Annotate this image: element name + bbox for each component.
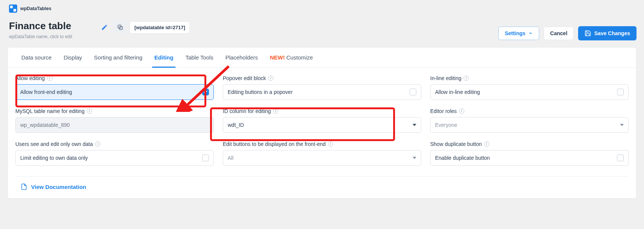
shortcode-chip[interactable]: [wpdatatable id=2717] xyxy=(130,21,190,34)
page-title-hint: wpDataTable name, click to edit xyxy=(9,34,91,39)
info-icon[interactable]: i xyxy=(464,76,469,81)
label-text: Popover edit block xyxy=(223,75,266,81)
checkbox-icon xyxy=(617,89,624,95)
tab-label: Editing xyxy=(154,54,173,61)
settings-button-label: Settings xyxy=(505,30,525,36)
field-mysql-table: MySQL table name for editing i wp_wpdata… xyxy=(15,108,214,133)
inline-editing-toggle[interactable]: Allow in-line editing xyxy=(430,84,629,100)
info-icon[interactable]: i xyxy=(47,76,52,81)
edit-title-button[interactable] xyxy=(98,21,111,34)
info-icon[interactable]: i xyxy=(459,109,464,114)
tab-label: Table Tools xyxy=(185,54,213,61)
popover-block-toggle[interactable]: Editing buttons in a popover xyxy=(223,84,421,100)
tab-customize[interactable]: NEW!Customize xyxy=(269,48,314,67)
tab-editing[interactable]: Editing xyxy=(154,48,174,67)
select-value: Everyone xyxy=(435,122,457,128)
label-text: Edit buttons to be displayed on the fron… xyxy=(223,141,326,147)
chevron-down-icon xyxy=(413,124,416,126)
info-icon[interactable]: i xyxy=(273,109,278,114)
edit-buttons-select[interactable]: All xyxy=(223,150,421,166)
tab-display[interactable]: Display xyxy=(63,48,83,67)
field-edit-buttons: Edit buttons to be displayed on the fron… xyxy=(223,141,421,166)
label-text: ID column for editing xyxy=(223,108,271,114)
save-button-label: Save Changes xyxy=(594,30,630,36)
label-text: Editor roles xyxy=(430,108,457,114)
copy-icon xyxy=(117,24,124,31)
field-label: Edit buttons to be displayed on the fron… xyxy=(223,141,421,147)
field-label: Show duplicate button i xyxy=(430,141,629,147)
label-text: Users see and edit only own data xyxy=(15,141,93,147)
info-icon[interactable]: i xyxy=(95,141,100,147)
save-button[interactable]: Save Changes xyxy=(578,26,637,40)
tab-label: Data source xyxy=(21,54,52,61)
document-icon xyxy=(21,183,27,190)
option-text: Editing buttons in a popover xyxy=(228,89,293,95)
allow-editing-toggle[interactable]: Allow front-end editing xyxy=(15,84,214,100)
label-text: Allow editing xyxy=(15,75,45,81)
field-label: ID column for editing i xyxy=(223,108,421,114)
chevron-down-icon xyxy=(413,157,416,159)
info-icon[interactable]: i xyxy=(87,109,92,114)
checkbox-icon xyxy=(617,155,624,161)
label-text: MySQL table name for editing xyxy=(15,108,85,114)
field-label: In-line editing i xyxy=(430,75,629,81)
field-own-data: Users see and edit only own data i Limit… xyxy=(15,141,214,166)
page-header: Finance table wpDataTable name, click to… xyxy=(7,16,637,43)
settings-tabs: Data source Display Sorting and filterin… xyxy=(8,48,636,68)
field-editor-roles: Editor roles i Everyone xyxy=(430,108,629,133)
tab-data-source[interactable]: Data source xyxy=(21,48,52,67)
checkbox-icon xyxy=(410,89,416,95)
label-text: Show duplicate button xyxy=(430,141,482,147)
field-label: MySQL table name for editing i xyxy=(15,108,214,114)
brand-icon xyxy=(9,4,17,13)
info-icon[interactable]: i xyxy=(268,76,273,81)
info-icon[interactable]: i xyxy=(484,141,489,147)
option-text: Limit editing to own data only xyxy=(20,155,88,161)
view-documentation-link[interactable]: View Documentation xyxy=(8,177,86,190)
field-label: Editor roles i xyxy=(430,108,629,114)
page-title[interactable]: Finance table xyxy=(9,20,91,32)
new-badge: NEW! xyxy=(270,54,285,61)
tab-sorting-filtering[interactable]: Sorting and filtering xyxy=(93,48,143,67)
cancel-button-label: Cancel xyxy=(550,30,567,36)
copy-shortcode-button[interactable] xyxy=(114,21,127,34)
settings-card: Data source Display Sorting and filterin… xyxy=(7,47,637,199)
field-popover-block: Popover edit block i Editing buttons in … xyxy=(223,75,421,100)
section-divider xyxy=(15,176,629,177)
cancel-button[interactable]: Cancel xyxy=(544,27,574,40)
own-data-toggle[interactable]: Limit editing to own data only xyxy=(15,150,214,166)
field-label: Users see and edit only own data i xyxy=(15,141,214,147)
label-text: In-line editing xyxy=(430,75,461,81)
tab-label: Sorting and filtering xyxy=(94,54,142,61)
option-text: Allow in-line editing xyxy=(435,89,480,95)
field-label: Allow editing i xyxy=(15,75,214,81)
field-id-column: ID column for editing i wdt_ID xyxy=(223,108,421,133)
id-column-select[interactable]: wdt_ID xyxy=(223,117,421,133)
tab-table-tools[interactable]: Table Tools xyxy=(185,48,214,67)
tab-label: Customize xyxy=(286,54,313,61)
brand-name: wpDataTables xyxy=(20,6,51,11)
field-allow-editing: Allow editing i Allow front-end editing xyxy=(15,75,214,100)
checkbox-icon xyxy=(202,89,209,95)
tab-label: Display xyxy=(64,54,82,61)
save-icon xyxy=(584,30,591,37)
pencil-icon xyxy=(101,24,108,31)
editor-roles-select[interactable]: Everyone xyxy=(430,117,629,133)
doc-link-label: View Documentation xyxy=(31,184,86,190)
option-text: Allow front-end editing xyxy=(20,89,72,95)
field-label: Popover edit block i xyxy=(223,75,421,81)
field-duplicate: Show duplicate button i Enable duplicate… xyxy=(430,141,629,166)
select-value: wdt_ID xyxy=(228,122,244,128)
mysql-table-input: wp_wpdatatable_890 xyxy=(15,117,214,133)
input-value: wp_wpdatatable_890 xyxy=(20,122,70,128)
settings-button[interactable]: Settings xyxy=(498,27,539,40)
option-text: Enable duplicate button xyxy=(435,155,490,161)
select-value: All xyxy=(228,155,234,161)
duplicate-toggle[interactable]: Enable duplicate button xyxy=(430,150,629,166)
brand-header: wpDataTables xyxy=(7,4,637,16)
checkbox-icon xyxy=(202,155,209,161)
info-icon[interactable]: i xyxy=(328,141,333,147)
chevron-up-icon xyxy=(528,31,533,36)
field-inline-editing: In-line editing i Allow in-line editing xyxy=(430,75,629,100)
tab-placeholders[interactable]: Placeholders xyxy=(225,48,259,67)
